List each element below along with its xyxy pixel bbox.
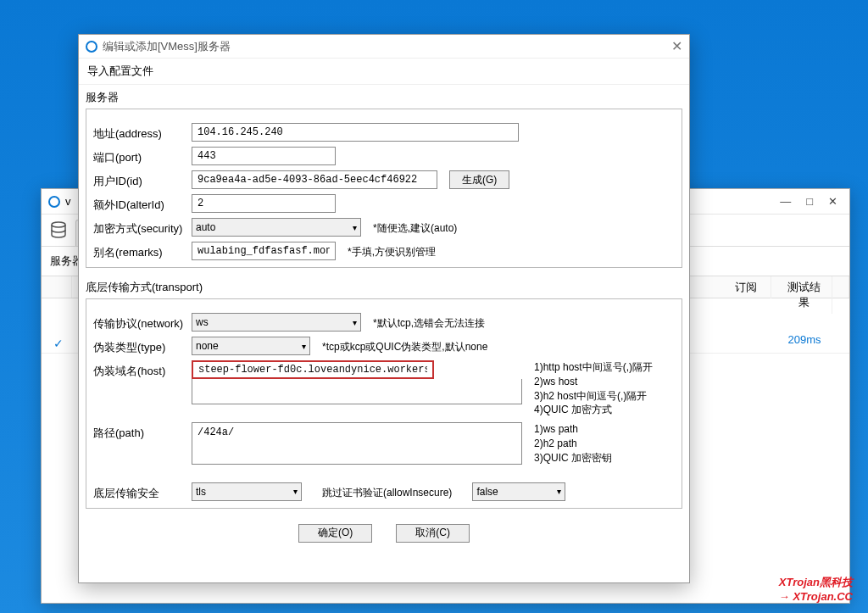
userid-input[interactable] xyxy=(192,170,437,189)
host-hint-2: 2)ws host xyxy=(534,375,653,389)
servers-icon xyxy=(48,220,69,241)
generate-id-button[interactable]: 生成(G) xyxy=(449,170,509,189)
type-value: none xyxy=(196,340,219,352)
address-input[interactable] xyxy=(192,123,519,142)
maximize-button[interactable]: □ xyxy=(806,195,813,208)
host-label: 伪装域名(host) xyxy=(93,360,192,379)
type-select[interactable]: none ▾ xyxy=(192,337,310,355)
alterid-input[interactable] xyxy=(192,194,336,213)
check-icon: ✓ xyxy=(53,337,64,350)
remarks-label: 别名(remarks) xyxy=(93,242,192,260)
menu-import-config[interactable]: 导入配置文件 xyxy=(79,59,689,85)
host-hint-4: 4)QUIC 加密方式 xyxy=(534,403,653,417)
address-label: 地址(address) xyxy=(93,123,192,142)
path-hint-3: 3)QUIC 加密密钥 xyxy=(534,451,612,465)
chevron-down-icon: ▾ xyxy=(302,342,306,351)
security-label: 加密方式(security) xyxy=(93,218,192,237)
svg-point-0 xyxy=(52,222,65,227)
chevron-down-icon: ▾ xyxy=(353,318,357,327)
security-select[interactable]: auto ▾ xyxy=(192,218,361,237)
chevron-down-icon: ▾ xyxy=(293,487,298,496)
path-input[interactable]: /424a/ xyxy=(192,422,522,465)
watermark-line2: XTrojan.CC xyxy=(779,589,853,605)
host-hint-3: 3)h2 host中间逗号(,)隔开 xyxy=(534,389,653,404)
col-subscription: 订阅 xyxy=(721,276,771,298)
remarks-input[interactable] xyxy=(192,242,336,260)
group-server: 地址(address) 端口(port) 用户ID(id) 生成(G) 额外ID… xyxy=(86,109,682,268)
group-transport-header: 底层传输方式(transport) xyxy=(79,275,689,300)
tls-select[interactable]: tls ▾ xyxy=(192,482,302,501)
chevron-down-icon: ▾ xyxy=(557,487,561,496)
path-hint-1: 1)ws path xyxy=(534,422,612,437)
dialog-title: 编辑或添加[VMess]服务器 xyxy=(103,39,231,54)
ok-button[interactable]: 确定(O) xyxy=(298,524,372,543)
group-transport: 传输协议(network) ws ▾ *默认tcp,选错会无法连接 伪装类型(t… xyxy=(86,298,682,509)
close-button[interactable]: ✕ xyxy=(828,195,837,208)
dialog-close-button[interactable]: ✕ xyxy=(671,38,682,54)
allow-insecure-label: 跳过证书验证(allowInsecure) xyxy=(322,482,452,500)
minimize-button[interactable]: — xyxy=(780,195,791,208)
app-icon xyxy=(48,196,60,208)
network-select[interactable]: ws ▾ xyxy=(192,313,361,332)
host-extra-area[interactable] xyxy=(192,379,522,404)
allow-insecure-select[interactable]: false ▾ xyxy=(472,482,565,501)
dialog-titlebar: 编辑或添加[VMess]服务器 ✕ xyxy=(79,35,689,59)
watermark: XTrojan黑科技 XTrojan.CC xyxy=(779,575,853,605)
chevron-down-icon: ▾ xyxy=(353,223,357,232)
port-input[interactable] xyxy=(192,147,336,165)
host-hint-1: 1)http host中间逗号(,)隔开 xyxy=(534,360,653,375)
main-window-title: v xyxy=(65,195,71,208)
type-hint: *tcp或kcp或QUIC伪装类型,默认none xyxy=(322,337,487,354)
security-hint: *随便选,建议(auto) xyxy=(373,218,457,236)
network-hint: *默认tcp,选错会无法连接 xyxy=(373,313,485,331)
vmess-dialog: 编辑或添加[VMess]服务器 ✕ 导入配置文件 服务器 地址(address)… xyxy=(78,34,690,583)
userid-label: 用户ID(id) xyxy=(93,170,192,189)
cancel-button[interactable]: 取消(C) xyxy=(396,524,470,543)
path-label: 路径(path) xyxy=(93,422,192,441)
dialog-app-icon xyxy=(86,41,97,53)
security-value: auto xyxy=(196,221,215,233)
test-latency-value: 209ms xyxy=(776,333,832,346)
host-input[interactable] xyxy=(192,360,434,379)
group-server-header: 服务器 xyxy=(79,85,689,110)
allow-insecure-value: false xyxy=(476,486,498,498)
watermark-line1: XTrojan黑科技 xyxy=(779,575,853,590)
port-label: 端口(port) xyxy=(93,147,192,165)
tls-label: 底层传输安全 xyxy=(93,482,192,501)
col-test-result: 测试结果 xyxy=(776,276,832,314)
network-label: 传输协议(network) xyxy=(93,313,192,332)
remarks-hint: *手填,方便识别管理 xyxy=(348,242,436,259)
alterid-label: 额外ID(alterId) xyxy=(93,194,192,213)
type-label: 伪装类型(type) xyxy=(93,337,192,355)
tls-value: tls xyxy=(196,486,206,498)
network-value: ws xyxy=(196,316,209,328)
path-hint-2: 2)h2 path xyxy=(534,437,612,451)
